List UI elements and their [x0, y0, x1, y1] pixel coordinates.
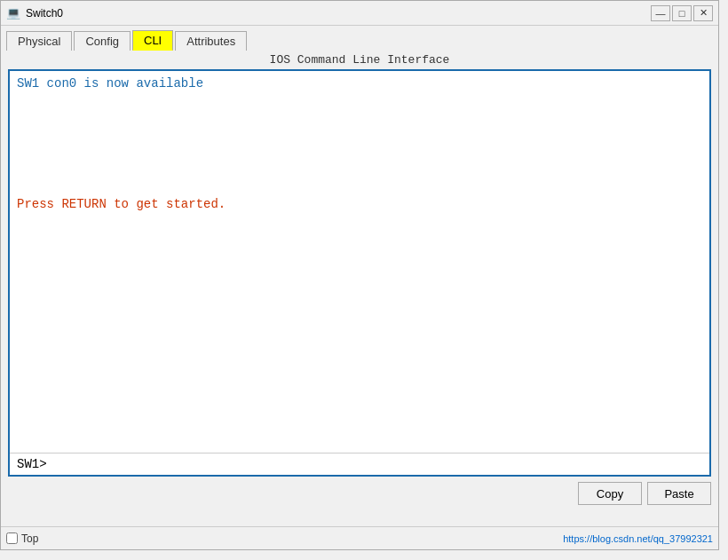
- app-icon: 💻: [6, 6, 20, 20]
- copy-button[interactable]: Copy: [578, 482, 642, 505]
- top-checkbox-area: Top: [6, 532, 38, 545]
- maximize-button[interactable]: □: [672, 5, 692, 21]
- minimize-button[interactable]: —: [651, 5, 670, 21]
- tab-bar: Physical Config CLI Attributes: [1, 26, 718, 50]
- button-row: Copy Paste: [1, 477, 718, 510]
- title-bar-left: 💻 Switch0: [6, 6, 63, 20]
- terminal-line-available: SW1 con0 is now available: [17, 76, 203, 91]
- terminal-input-row: SW1>: [10, 453, 709, 475]
- bottom-bar: Top https://blog.csdn.net/qq_37992321: [1, 526, 718, 549]
- ios-label: IOS Command Line Interface: [1, 50, 718, 69]
- window-controls: — □ ✕: [651, 5, 713, 21]
- terminal-scroll-area[interactable]: SW1 con0 is now available Press RETURN t…: [10, 71, 709, 453]
- tab-cli[interactable]: CLI: [132, 30, 173, 51]
- tab-attributes[interactable]: Attributes: [175, 31, 247, 51]
- tab-config[interactable]: Config: [74, 31, 131, 51]
- tab-physical[interactable]: Physical: [6, 31, 72, 51]
- terminal-content: SW1 con0 is now available Press RETURN t…: [10, 71, 709, 426]
- close-button[interactable]: ✕: [693, 5, 713, 21]
- terminal-wrapper: SW1 con0 is now available Press RETURN t…: [8, 69, 711, 477]
- paste-button[interactable]: Paste: [647, 482, 711, 505]
- terminal-input[interactable]: [47, 457, 702, 471]
- main-window: 💻 Switch0 — □ ✕ Physical Config CLI Attr…: [0, 0, 719, 550]
- top-label: Top: [21, 532, 38, 545]
- top-checkbox[interactable]: [6, 532, 18, 544]
- bottom-url: https://blog.csdn.net/qq_37992321: [563, 533, 713, 544]
- terminal-line-press: Press RETURN to get started.: [17, 197, 702, 211]
- window-title: Switch0: [26, 7, 63, 20]
- title-bar: 💻 Switch0 — □ ✕: [1, 1, 718, 26]
- terminal-prompt: SW1>: [17, 457, 47, 471]
